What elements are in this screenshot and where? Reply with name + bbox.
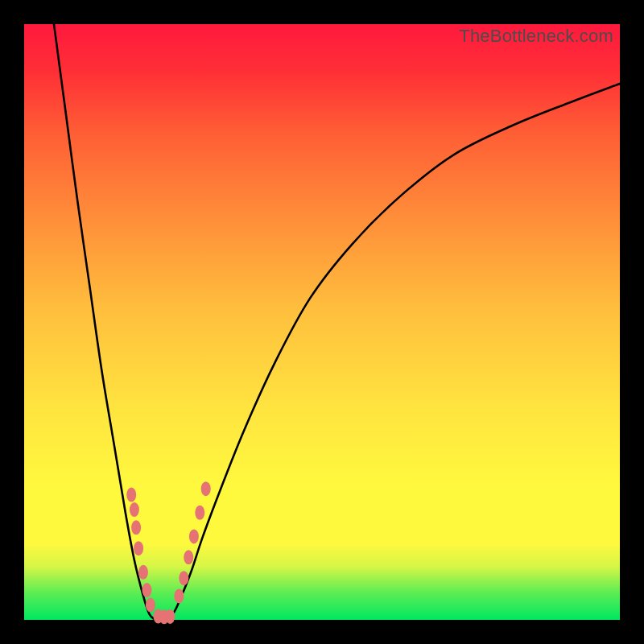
marker-point <box>138 565 148 580</box>
marker-point <box>184 550 193 564</box>
marker-point <box>142 583 151 597</box>
marker-point <box>131 520 141 535</box>
plot-svg <box>24 24 620 620</box>
chart-frame: TheBottleneck.com <box>0 0 644 644</box>
marker-point <box>134 541 143 555</box>
marker-point <box>189 529 199 543</box>
marker-point <box>179 571 188 585</box>
marker-point <box>174 588 184 603</box>
marker-point <box>126 488 136 502</box>
marker-point <box>195 506 204 520</box>
marker-point <box>165 609 175 624</box>
plot-area: TheBottleneck.com <box>24 24 620 620</box>
marker-point <box>146 598 155 613</box>
curve-right-curve <box>167 84 620 620</box>
marker-point <box>201 481 211 496</box>
marker-point <box>130 502 139 517</box>
